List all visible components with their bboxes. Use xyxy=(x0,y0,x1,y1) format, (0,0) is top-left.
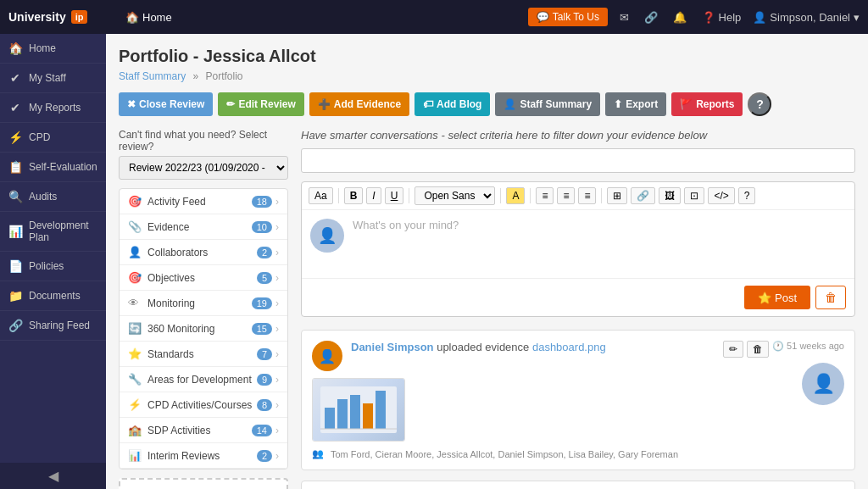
feed-item: 👤 Daniel Simpson uploaded evidence dashb… xyxy=(301,330,855,470)
sidebar-item-documents[interactable]: 📁 Documents xyxy=(0,281,106,311)
editor-btn-table[interactable]: ⊞ xyxy=(607,187,627,204)
nav-areas-development[interactable]: 🔧 Areas for Development 9 › xyxy=(120,367,287,392)
editor-content: 👤 What's on your mind? xyxy=(302,210,854,278)
staff-summary-button[interactable]: 👤 Staff Summary xyxy=(495,92,600,116)
nav-sdp-activities[interactable]: 🏫 SDP Activities 14 › xyxy=(120,418,287,443)
sidebar-collapse-button[interactable]: ◀ xyxy=(0,463,106,489)
talk-to-us-button[interactable]: 💬 Talk To Us xyxy=(528,8,608,26)
notification-icon[interactable]: 🔔 xyxy=(670,9,690,25)
sidebar-item-cpd[interactable]: ⚡ CPD xyxy=(0,123,106,153)
sidebar: 🏠 Home ✔ My Staff ✔ My Reports ⚡ CPD 📋 S… xyxy=(0,34,106,489)
reports-button[interactable]: 🚩 Reports xyxy=(671,92,743,116)
help-link[interactable]: ❓ Help xyxy=(698,9,744,25)
nav-360-monitoring[interactable]: 🔄 360 Monitoring 15 › xyxy=(120,316,287,342)
evidence-icon: 📎 xyxy=(128,220,143,233)
editor-btn-bold[interactable]: B xyxy=(344,187,364,204)
link-icon[interactable]: 🔗 xyxy=(641,9,661,25)
sidebar-item-self-evaluation[interactable]: 📋 Self-Evaluation xyxy=(0,153,106,182)
collaborators-icon: 👤 xyxy=(128,246,143,258)
nav-monitoring[interactable]: 👁 Monitoring 19 › xyxy=(120,291,287,316)
staff-icon: ✔ xyxy=(8,71,22,85)
editor-avatar: 👤 xyxy=(310,219,344,253)
policies-icon: 📄 xyxy=(8,259,22,273)
feed-item-body: 👤 Daniel Simpson uploaded evidence dashb… xyxy=(312,341,715,459)
close-review-button[interactable]: ✖ Close Review xyxy=(119,92,213,116)
feed-avatar: 👤 xyxy=(312,341,342,371)
editor-btn-code[interactable]: </> xyxy=(708,187,734,204)
search-filter-input[interactable] xyxy=(301,148,855,173)
sidebar-item-audits[interactable]: 🔍 Audits xyxy=(0,182,106,212)
sidebar-item-my-staff[interactable]: ✔ My Staff xyxy=(0,64,106,93)
audits-icon: 🔍 xyxy=(8,190,22,203)
toolbar: ✖ Close Review ✏ Edit Review ➕ Add Evide… xyxy=(119,92,855,116)
cpd-icon: ⚡ xyxy=(8,131,22,144)
user-menu[interactable]: 👤 Simpson, Daniel ▾ xyxy=(753,11,860,24)
chevron-right-icon: › xyxy=(275,399,279,411)
nav-activity-feed[interactable]: 🎯 Activity Feed 18 › xyxy=(120,189,287,214)
right-panel: Have smarter conversations - select crit… xyxy=(301,129,855,489)
reports-icon: 🚩 xyxy=(680,98,693,110)
add-evidence-icon: ➕ xyxy=(318,98,331,110)
feed-item-right: ✏ 🗑 🕐 51 weeks ago 👤 xyxy=(723,341,844,459)
post-button[interactable]: ⭐ Post xyxy=(744,286,810,309)
sidebar-item-policies[interactable]: 📄 Policies xyxy=(0,252,106,281)
nav-collaborators[interactable]: 👤 Collaborators 2 › xyxy=(120,240,287,265)
message-icon[interactable]: ✉ xyxy=(616,9,632,25)
main-content: Portfolio - Jessica Allcot Staff Summary… xyxy=(106,34,868,489)
breadcrumb-staff-summary[interactable]: Staff Summary xyxy=(119,70,186,82)
documents-icon: 📁 xyxy=(8,289,22,303)
standards-icon: ⭐ xyxy=(128,347,143,360)
editor-btn-help[interactable]: ? xyxy=(738,187,756,204)
top-navigation: University ip 🏠 Home 💬 Talk To Us ✉ 🔗 🔔 … xyxy=(0,0,868,34)
sidebar-item-home[interactable]: 🏠 Home xyxy=(0,34,106,64)
nav-cpd-activities[interactable]: ⚡ CPD Activities/Courses 8 › xyxy=(120,392,287,418)
svg-rect-5 xyxy=(376,391,386,429)
feed-text: Daniel Simpson uploaded evidence dashboa… xyxy=(351,341,606,353)
blog-icon: 🏷 xyxy=(423,98,433,110)
svg-rect-2 xyxy=(337,399,348,429)
svg-rect-1 xyxy=(325,408,335,429)
breadcrumb-portfolio: Portfolio xyxy=(206,70,243,82)
nav-standards[interactable]: ⭐ Standards 7 › xyxy=(120,342,287,367)
breadcrumb: Staff Summary » Portfolio xyxy=(119,70,855,82)
editor-btn-image[interactable]: 🖼 xyxy=(659,187,681,204)
editor-btn-color[interactable]: A xyxy=(506,187,525,204)
review-filter-select[interactable]: Review 2022/23 (01/09/2020 - 31/08/2024) xyxy=(119,156,288,180)
upload-box[interactable]: ⬆ Drop files here or click to upload. xyxy=(119,478,288,489)
nav-objectives[interactable]: 🎯 Objectives 5 › xyxy=(120,265,287,291)
participants-icon: 👥 xyxy=(312,448,324,459)
help-button[interactable]: ? xyxy=(748,92,771,116)
editor-btn-align[interactable]: ≡ xyxy=(578,187,596,204)
editor-btn-underline[interactable]: U xyxy=(385,187,404,204)
separator xyxy=(338,188,339,203)
editor-btn-italic[interactable]: I xyxy=(366,187,381,204)
export-button[interactable]: ⬆ Export xyxy=(605,92,666,116)
editor-area: Aa B I U Open Sans A ≡ ≡ ≡ ⊞ xyxy=(301,181,855,317)
add-evidence-button[interactable]: ➕ Add Evidence xyxy=(309,92,409,116)
delete-feed-button[interactable]: 🗑 xyxy=(747,341,769,358)
font-family-select[interactable]: Open Sans xyxy=(415,186,495,205)
editor-btn-format[interactable]: Aa xyxy=(309,187,333,204)
nav-evidence[interactable]: 📎 Evidence 10 › xyxy=(120,214,287,240)
add-blog-button[interactable]: 🏷 Add Blog xyxy=(415,92,490,116)
editor-btn-embed[interactable]: ⊡ xyxy=(684,187,704,204)
editor-btn-ul[interactable]: ≡ xyxy=(536,187,554,204)
edit-feed-button[interactable]: ✏ xyxy=(723,341,743,358)
sidebar-item-sharing-feed[interactable]: 🔗 Sharing Feed xyxy=(0,311,106,341)
delete-post-button[interactable]: 🗑 xyxy=(815,286,846,309)
staff-icon: 👤 xyxy=(504,98,516,110)
cpd-act-icon: ⚡ xyxy=(128,398,143,411)
self-eval-icon: 📋 xyxy=(8,160,22,174)
svg-rect-3 xyxy=(350,395,360,429)
edit-review-button[interactable]: ✏ Edit Review xyxy=(218,92,303,116)
monitoring-icon: 👁 xyxy=(128,297,143,309)
editor-btn-ol[interactable]: ≡ xyxy=(557,187,575,204)
editor-input[interactable]: What's on your mind? xyxy=(353,219,846,270)
nav-interim-reviews[interactable]: 📊 Interim Reviews 2 › xyxy=(120,443,287,469)
editor-btn-link[interactable]: 🔗 xyxy=(631,187,655,204)
chevron-right-icon: › xyxy=(275,247,279,258)
sidebar-item-development-plan[interactable]: 📊 Development Plan xyxy=(0,212,106,252)
nav-home[interactable]: 🏠 Home xyxy=(119,8,179,27)
feed-link[interactable]: dashboard.png xyxy=(532,341,606,353)
sidebar-item-my-reports[interactable]: ✔ My Reports xyxy=(0,93,106,123)
